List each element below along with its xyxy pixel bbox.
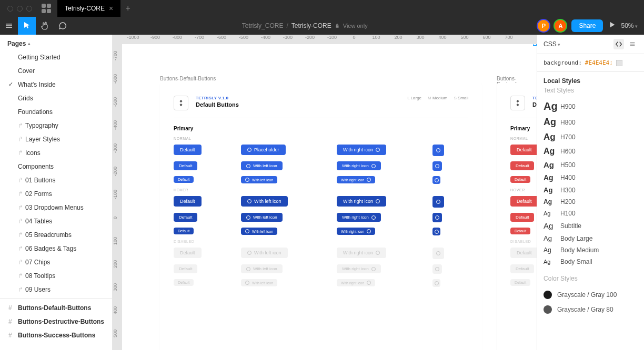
page-item[interactable]: Components — [0, 160, 112, 173]
close-tab-icon[interactable]: × — [109, 4, 113, 13]
avatar-user-2[interactable]: A — [555, 20, 566, 32]
pages-header[interactable]: Pages — [0, 35, 112, 50]
sample-button[interactable]: Default — [510, 213, 534, 222]
sample-button[interactable]: With left icon — [241, 248, 288, 258]
figma-logo-icon[interactable] — [42, 4, 51, 13]
list-view-button[interactable] — [627, 39, 638, 49]
sample-button[interactable]: With right icon — [337, 145, 386, 155]
layer-frame[interactable]: Buttons-Default-Buttons — [0, 301, 112, 315]
sample-button[interactable]: Default — [510, 145, 537, 155]
comment-tool-button[interactable] — [54, 17, 72, 35]
frame-destructive-buttons[interactable]: TETRISLY V.1.0 Destructive Buttons Prima… — [497, 83, 537, 350]
code-line[interactable]: background: #E4E4E4; — [537, 54, 644, 72]
canvas[interactable]: Buttons-Default-Buttons Buttons-Destruct… — [122, 44, 537, 350]
page-item[interactable]: Grids — [0, 91, 112, 105]
sample-button[interactable]: With left icon — [241, 264, 283, 273]
sample-button[interactable]: With left icon — [241, 196, 288, 207]
code-view-button[interactable] — [613, 39, 624, 49]
layer-frame[interactable]: Buttons-Destructive-Buttons — [0, 315, 112, 328]
sample-button[interactable]: Default — [510, 248, 537, 258]
maximize-window-icon[interactable] — [26, 6, 32, 12]
page-subitem[interactable]: 04 Tables — [0, 214, 112, 228]
sample-button[interactable]: With right icon — [337, 213, 381, 222]
text-style-item[interactable]: AgH400 — [544, 172, 638, 185]
new-tab-button[interactable]: + — [120, 4, 135, 13]
code-language-select[interactable]: CSS — [544, 40, 560, 48]
sample-button[interactable]: Placeholder — [241, 145, 286, 155]
selection-handle[interactable] — [533, 44, 537, 46]
page-subitem[interactable]: 02 Forms — [0, 187, 112, 201]
sample-button[interactable]: Default — [174, 176, 194, 183]
sample-button[interactable]: With left icon — [241, 228, 277, 235]
layer-frame[interactable]: Buttons-Success-Buttons — [0, 328, 112, 342]
page-subitem[interactable]: 07 Chips — [0, 255, 112, 269]
page-subitem[interactable]: Icons — [0, 146, 112, 160]
page-subitem[interactable]: Layer Styles — [0, 132, 112, 146]
sample-button[interactable]: Default — [174, 228, 194, 234]
sample-button[interactable] — [432, 176, 440, 184]
page-subitem[interactable]: 03 Dropdown Menus — [0, 201, 112, 214]
text-style-item[interactable]: AgBody Medium — [544, 245, 638, 257]
present-button[interactable] — [608, 21, 616, 30]
page-item[interactable]: Getting Started — [0, 50, 112, 64]
text-style-item[interactable]: AgH900 — [544, 99, 638, 116]
text-style-item[interactable]: AgH100 — [544, 209, 638, 220]
zoom-select[interactable]: 50% — [621, 22, 638, 29]
tab-document[interactable]: Tetrisly-CORE × — [57, 0, 120, 17]
sample-button[interactable]: With right icon — [337, 176, 375, 183]
sample-button[interactable] — [432, 145, 444, 156]
page-subitem[interactable]: 09 Users — [0, 283, 112, 296]
sample-button[interactable]: Default — [510, 196, 537, 207]
page-item[interactable]: What's Inside — [0, 78, 112, 91]
sample-button[interactable]: Default — [174, 213, 197, 222]
frame-label[interactable]: Buttons-Default-Buttons — [160, 76, 216, 81]
sample-button[interactable]: Default — [510, 228, 530, 234]
sample-button[interactable] — [432, 213, 442, 222]
share-button[interactable]: Share — [571, 19, 603, 32]
sample-button[interactable]: With right icon — [337, 161, 381, 170]
sample-button[interactable] — [432, 264, 442, 274]
sample-button[interactable]: Default — [510, 279, 530, 286]
sample-button[interactable]: Default — [510, 176, 530, 183]
close-window-icon[interactable] — [7, 6, 13, 12]
sample-button[interactable]: With right icon — [337, 196, 386, 207]
sample-button[interactable]: With left icon — [241, 176, 277, 183]
sample-button[interactable] — [432, 248, 444, 259]
sample-button[interactable] — [432, 279, 440, 287]
page-subitem[interactable]: 08 Tooltips — [0, 269, 112, 283]
text-style-item[interactable]: AgH600 — [544, 146, 638, 159]
move-tool-button[interactable] — [18, 17, 36, 35]
sample-button[interactable]: With left icon — [241, 279, 277, 286]
sample-button[interactable] — [432, 228, 440, 235]
sample-button[interactable]: With right icon — [337, 248, 386, 258]
sample-button[interactable]: With right icon — [337, 264, 381, 273]
page-item[interactable]: Foundations — [0, 105, 112, 119]
sample-button[interactable] — [432, 161, 442, 171]
sample-button[interactable]: With left icon — [241, 213, 283, 222]
text-style-item[interactable]: AgH500 — [544, 159, 638, 172]
hand-tool-button[interactable] — [36, 17, 54, 35]
text-style-item[interactable]: AgSubtitle — [544, 220, 638, 233]
text-style-item[interactable]: AgH300 — [544, 185, 638, 197]
sample-button[interactable]: Default — [510, 264, 534, 273]
sample-button[interactable]: With right icon — [337, 228, 375, 235]
page-item[interactable]: Cover — [0, 64, 112, 78]
sample-button[interactable]: With right icon — [337, 279, 375, 286]
sample-button[interactable]: With left icon — [241, 161, 283, 170]
text-style-item[interactable]: AgBody Large — [544, 233, 638, 245]
sample-button[interactable]: Default — [174, 264, 197, 273]
sample-button[interactable]: Default — [174, 196, 202, 207]
page-subitem[interactable]: 06 Badges & Tags — [0, 242, 112, 255]
text-style-item[interactable]: AgH200 — [544, 197, 638, 209]
canvas-viewport[interactable]: -1000-900-800-700-600-500-400-300-200-10… — [113, 35, 537, 350]
color-style-item[interactable]: Grayscale / Gray 100 — [544, 287, 638, 302]
menu-button[interactable] — [0, 17, 18, 35]
breadcrumb[interactable]: Tetrisly_CORE / Tetrisly-CORE View only — [72, 22, 538, 29]
sample-button[interactable]: Default — [174, 161, 197, 170]
avatar-user-1[interactable]: P — [538, 20, 549, 32]
color-style-item[interactable]: Grayscale / Gray 80 — [544, 302, 638, 317]
frame-default-buttons[interactable]: TETRISLY V.1.0 Default Buttons Large Med… — [160, 83, 482, 350]
sample-button[interactable]: Default — [174, 279, 194, 286]
sample-button[interactable]: Default — [174, 248, 202, 258]
sample-button[interactable]: Default — [510, 161, 534, 170]
